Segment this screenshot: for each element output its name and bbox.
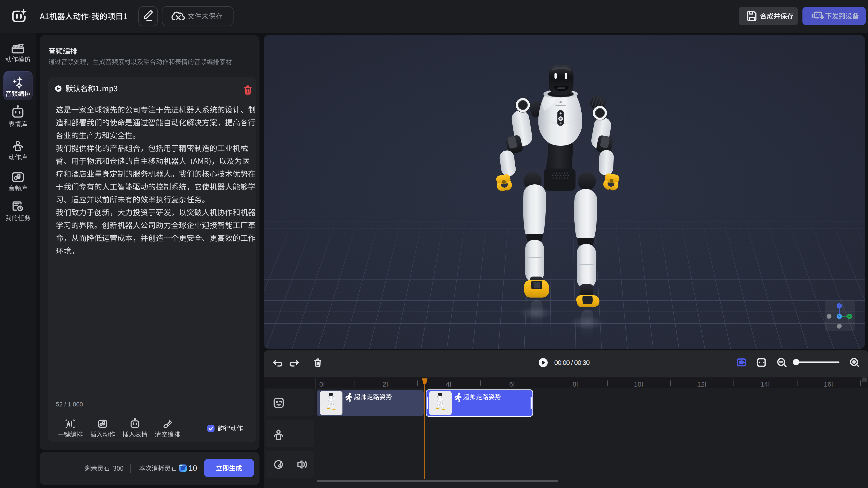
svg-text:8f: 8f <box>572 381 578 388</box>
svg-text:6f: 6f <box>509 381 515 388</box>
svg-text:00:00 / 00:30: 00:00 / 00:30 <box>554 359 590 366</box>
svg-text:52 / 1,000: 52 / 1,000 <box>56 401 83 408</box>
svg-text:14f: 14f <box>761 381 770 388</box>
svg-text:X: X <box>848 315 850 318</box>
svg-text:10f: 10f <box>634 381 643 388</box>
svg-text:4f: 4f <box>446 381 452 388</box>
svg-text:Z: Z <box>838 304 840 308</box>
svg-text:2f: 2f <box>382 381 388 388</box>
svg-text:Y: Y <box>838 315 840 318</box>
svg-text:10: 10 <box>188 464 197 472</box>
svg-text:0f: 0f <box>319 381 325 388</box>
svg-text:12f: 12f <box>697 381 707 388</box>
svg-text:16f: 16f <box>824 381 833 388</box>
